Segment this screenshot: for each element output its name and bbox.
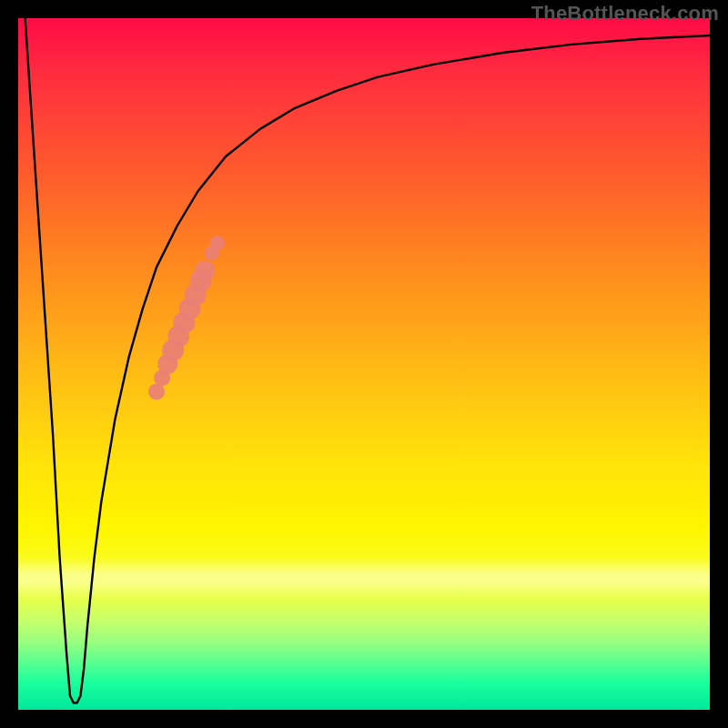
curve-svg xyxy=(18,18,710,710)
highlight-marker xyxy=(195,260,215,280)
watermark-text: TheBottleneck.com xyxy=(531,2,719,25)
chart-frame: TheBottleneck.com xyxy=(0,0,728,728)
plot-area xyxy=(18,18,710,710)
highlight-marker xyxy=(210,236,225,250)
bottleneck-curve xyxy=(25,18,710,703)
